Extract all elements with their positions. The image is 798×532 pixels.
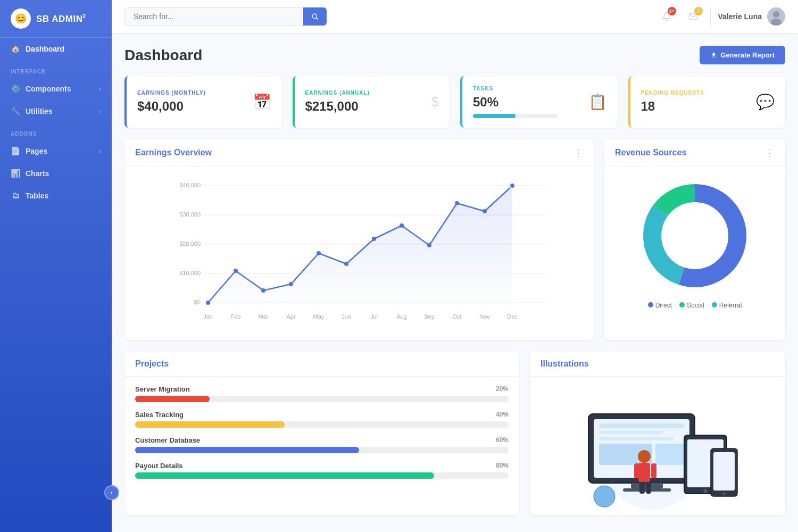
svg-text:Mar: Mar bbox=[259, 313, 269, 320]
stat-card-pending: PENDING REQUESTS 18 💬 bbox=[628, 76, 786, 128]
legend-social-dot bbox=[679, 302, 685, 307]
page-content: Dashboard Generate Report EARNINGS (MONT… bbox=[112, 33, 798, 532]
svg-point-32 bbox=[344, 262, 348, 266]
svg-point-38 bbox=[510, 183, 515, 188]
search-input[interactable] bbox=[124, 7, 327, 26]
project-server-pct: 20% bbox=[496, 385, 509, 393]
sidebar-item-components[interactable]: ⚙️ Components › bbox=[0, 78, 112, 100]
earnings-line-chart: $0 $10,000 $20,000 $30,000 $40,000 Jan F… bbox=[135, 175, 583, 329]
topbar: 3+ 7 Valerie Luna bbox=[112, 0, 798, 33]
svg-rect-64 bbox=[646, 482, 651, 494]
stat-card-tasks: TASKS 50% 📋 bbox=[460, 76, 618, 128]
projects-header: Projects bbox=[124, 352, 519, 377]
illustration-area bbox=[530, 377, 785, 515]
legend-social: Social bbox=[679, 302, 704, 309]
stat-monthly-icon: 📅 bbox=[253, 93, 271, 111]
sidebar-dashboard-label: Dashboard bbox=[26, 45, 64, 53]
sidebar: 😊 SB ADMIN2 🏠 Dashboard INTERFACE ⚙️ Com… bbox=[0, 0, 112, 532]
svg-text:May: May bbox=[313, 313, 325, 320]
project-customer-pct: 60% bbox=[496, 436, 509, 444]
svg-point-58 bbox=[722, 492, 726, 495]
earnings-chart-menu[interactable]: ⋮ bbox=[573, 147, 583, 159]
illustrations-header: Illustrations bbox=[530, 352, 785, 377]
svg-text:$40,000: $40,000 bbox=[179, 182, 201, 188]
legend-referral-dot bbox=[712, 302, 717, 307]
sidebar-item-pages[interactable]: 📄 Pages › bbox=[0, 140, 112, 162]
project-server-bar-bg bbox=[135, 396, 509, 402]
generate-report-button[interactable]: Generate Report bbox=[700, 46, 785, 64]
sidebar-tables-label: Tables bbox=[26, 192, 48, 200]
earnings-chart-header: Earnings Overview ⋮ bbox=[124, 139, 594, 167]
stat-pending-label: PENDING REQUESTS bbox=[641, 90, 704, 96]
projects-card: Projects Server Migration 20% bbox=[124, 352, 519, 515]
project-payout-bar bbox=[135, 472, 434, 479]
svg-point-34 bbox=[400, 223, 404, 228]
sidebar-section-addons: ADDONS bbox=[0, 122, 112, 140]
notifications-badge: 3+ bbox=[668, 7, 676, 15]
project-server-label: Server Migration bbox=[135, 385, 190, 393]
user-avatar bbox=[767, 7, 785, 26]
stat-tasks-value: 50% bbox=[473, 95, 588, 110]
svg-text:$0: $0 bbox=[194, 299, 201, 305]
svg-text:Jan: Jan bbox=[203, 313, 213, 320]
sidebar-section-interface: INTERFACE bbox=[0, 60, 112, 78]
projects-body: Server Migration 20% Sales Tracking 40% bbox=[124, 377, 519, 496]
utilities-icon: 🔧 bbox=[11, 106, 20, 116]
charts-icon: 📊 bbox=[11, 169, 20, 178]
sidebar-item-tables[interactable]: 🗂 Tables bbox=[0, 185, 112, 206]
legend-direct: Direct bbox=[648, 302, 672, 309]
earnings-chart-body: $0 $10,000 $20,000 $30,000 $40,000 Jan F… bbox=[124, 167, 594, 340]
svg-text:$10,000: $10,000 bbox=[179, 270, 201, 276]
pages-icon: 📄 bbox=[11, 146, 20, 156]
search-button[interactable] bbox=[303, 7, 327, 26]
svg-point-30 bbox=[289, 282, 293, 286]
svg-rect-62 bbox=[651, 463, 656, 478]
download-icon bbox=[710, 52, 717, 59]
stat-annual-label: EARNINGS (ANNUAL) bbox=[305, 90, 370, 96]
svg-text:Sep: Sep bbox=[424, 313, 435, 320]
project-customer-label: Customer Database bbox=[135, 436, 200, 444]
svg-point-28 bbox=[234, 269, 238, 273]
svg-point-0 bbox=[312, 14, 317, 18]
stat-pending-icon: 💬 bbox=[756, 93, 775, 111]
stat-card-annual: EARNINGS (ANNUAL) $215,000 $ bbox=[293, 76, 450, 128]
sidebar-collapse-button[interactable]: ‹ bbox=[104, 485, 119, 500]
bottom-row: Projects Server Migration 20% bbox=[124, 352, 785, 515]
stat-annual-icon: $ bbox=[431, 94, 439, 110]
stat-annual-value: $215,000 bbox=[305, 99, 370, 114]
svg-rect-52 bbox=[655, 444, 684, 465]
stat-pending-value: 18 bbox=[641, 99, 704, 114]
page-title: Dashboard bbox=[124, 47, 202, 64]
project-sales-bar bbox=[135, 421, 285, 428]
revenue-chart-title: Revenue Sources bbox=[615, 148, 686, 157]
project-row-server: Server Migration 20% bbox=[135, 385, 509, 402]
svg-point-35 bbox=[427, 243, 431, 247]
svg-text:Jul: Jul bbox=[370, 313, 378, 320]
stat-monthly-value: $40,000 bbox=[137, 99, 206, 114]
user-menu[interactable]: Valerie Luna bbox=[718, 7, 785, 26]
svg-text:Jun: Jun bbox=[342, 313, 351, 320]
svg-text:Apr: Apr bbox=[286, 313, 295, 320]
messages-button[interactable]: 7 bbox=[684, 7, 703, 26]
svg-rect-49 bbox=[599, 431, 663, 434]
svg-rect-48 bbox=[599, 423, 684, 428]
notifications-button[interactable]: 3+ bbox=[657, 7, 676, 26]
charts-row: Earnings Overview ⋮ $0 $10,000 $20 bbox=[124, 139, 785, 340]
project-sales-label: Sales Tracking bbox=[135, 411, 184, 419]
sidebar-brand[interactable]: 😊 SB ADMIN2 bbox=[0, 0, 112, 38]
svg-rect-61 bbox=[634, 463, 639, 478]
sidebar-item-utilities[interactable]: 🔧 Utilities › bbox=[0, 100, 112, 122]
brand-logo: 😊 bbox=[11, 9, 31, 29]
project-sales-bar-bg bbox=[135, 421, 509, 428]
svg-text:Oct: Oct bbox=[452, 313, 461, 320]
illustration-svg bbox=[567, 393, 748, 510]
topbar-right: 3+ 7 Valerie Luna bbox=[657, 7, 785, 26]
page-header: Dashboard Generate Report bbox=[124, 46, 785, 64]
stat-tasks-label: TASKS bbox=[473, 86, 588, 92]
sidebar-item-dashboard[interactable]: 🏠 Dashboard bbox=[0, 38, 112, 60]
project-row-sales: Sales Tracking 40% bbox=[135, 411, 509, 428]
tables-icon: 🗂 bbox=[11, 191, 20, 200]
revenue-chart-menu[interactable]: ⋮ bbox=[765, 147, 775, 159]
components-icon: ⚙️ bbox=[11, 84, 20, 94]
sidebar-item-charts[interactable]: 📊 Charts bbox=[0, 162, 112, 185]
